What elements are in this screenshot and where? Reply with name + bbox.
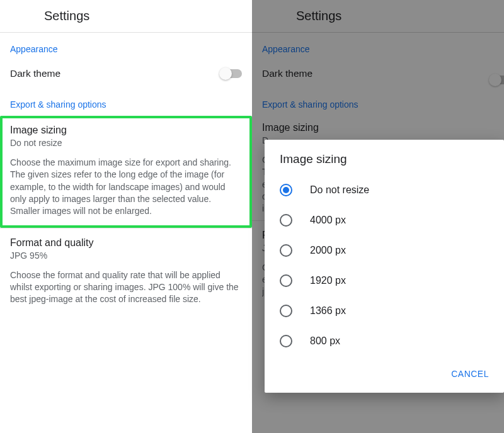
settings-header: Settings — [0, 0, 252, 33]
radio-label: 800 px — [310, 335, 340, 347]
dialog-title: Image sizing — [265, 140, 504, 172]
cancel-button[interactable]: CANCEL — [446, 364, 494, 384]
radio-icon — [280, 274, 292, 287]
section-export: Export & sharing options — [0, 88, 252, 116]
toggle-knob — [219, 67, 232, 80]
radio-icon — [280, 244, 292, 257]
format-quality-title: Format and quality — [10, 237, 242, 249]
radio-option[interactable]: 4000 px — [265, 205, 504, 235]
format-quality-item[interactable]: Format and quality JPG 95% Choose the fo… — [0, 228, 252, 316]
dark-theme-toggle[interactable] — [220, 69, 242, 78]
radio-label: 4000 px — [310, 215, 346, 226]
radio-option[interactable]: 1366 px — [265, 296, 504, 326]
format-quality-value: JPG 95% — [10, 250, 242, 261]
format-quality-description: Choose the format and quality rate that … — [10, 269, 242, 306]
image-sizing-item[interactable]: Image sizing Do not resize Choose the ma… — [0, 116, 252, 228]
radio-label: 2000 px — [310, 245, 346, 256]
radio-option[interactable]: Do not resize — [265, 175, 504, 205]
radio-icon — [280, 305, 292, 317]
radio-option[interactable]: 1920 px — [265, 266, 504, 296]
image-sizing-description: Choose the maximum image size for export… — [10, 157, 242, 218]
radio-icon — [280, 335, 292, 347]
radio-list: Do not resize4000 px2000 px1920 px1366 p… — [265, 172, 504, 359]
dark-theme-label: Dark theme — [10, 68, 60, 79]
radio-option[interactable]: 800 px — [265, 326, 504, 356]
radio-option[interactable]: 2000 px — [265, 235, 504, 266]
dark-theme-row[interactable]: Dark theme — [0, 60, 252, 88]
dialog-actions: CANCEL — [265, 359, 504, 393]
image-sizing-dialog: Image sizing Do not resize4000 px2000 px… — [265, 140, 504, 393]
page-title: Settings — [44, 9, 89, 23]
radio-label: Do not resize — [310, 184, 369, 196]
radio-icon — [280, 184, 292, 196]
radio-label: 1920 px — [310, 275, 346, 286]
image-sizing-value: Do not resize — [10, 138, 242, 148]
section-appearance: Appearance — [0, 33, 252, 60]
radio-icon — [280, 214, 292, 227]
image-sizing-title: Image sizing — [10, 125, 242, 136]
radio-label: 1366 px — [310, 305, 346, 317]
